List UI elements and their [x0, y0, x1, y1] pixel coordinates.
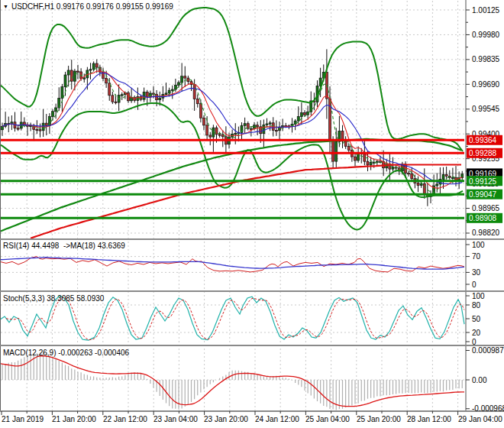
- time-axis-label: 29 Jan 04:00: [458, 415, 502, 423]
- support-resistance-levels-layer: [1, 140, 464, 218]
- chart-window: 1.001250.999800.998350.996900.995450.994…: [0, 0, 504, 428]
- time-axis-label: 21 Jan 20:00: [52, 415, 96, 423]
- time-axis-label: 23 Jan 20:00: [204, 415, 248, 423]
- svg-text:100: 100: [472, 292, 485, 300]
- svg-text:100: 100: [472, 241, 485, 249]
- svg-text:80: 80: [472, 301, 481, 310]
- time-axis: 21 Jan 201921 Jan 20:0022 Jan 12:0023 Ja…: [2, 411, 502, 423]
- svg-text:0.98820: 0.98820: [472, 229, 500, 237]
- svg-text:0.000987: 0.000987: [472, 346, 504, 355]
- svg-text:30: 30: [472, 268, 481, 277]
- rsi-panel: [0, 257, 464, 272]
- svg-text:0.99835: 0.99835: [472, 55, 500, 63]
- time-axis-label: 23 Jan 04:00: [153, 415, 198, 423]
- svg-text:0.99690: 0.99690: [472, 80, 500, 89]
- svg-text:0.99545: 0.99545: [472, 105, 500, 113]
- support-price-badge: 0.98908: [467, 213, 502, 223]
- svg-text:70: 70: [472, 252, 481, 261]
- svg-text:-0.000968: -0.000968: [472, 404, 504, 413]
- time-axis-label: 25 Jan 04:00: [305, 415, 350, 423]
- svg-text:1.00125: 1.00125: [472, 6, 500, 15]
- time-axis-label: 22 Jan 12:00: [103, 415, 147, 423]
- svg-text:50: 50: [472, 315, 481, 323]
- resistance-price-badge: 0.99288: [467, 148, 502, 158]
- svg-text:0: 0: [472, 280, 477, 289]
- macd-panel: [0, 352, 464, 410]
- stochastic-label: Stoch(5,3,3) 38.3085 58.0930: [3, 294, 104, 303]
- macd-label: MACD(12,26,9) -0.000263 -0.000406: [3, 349, 129, 357]
- chart-title-text: USDCHF,H1 0.99176 0.99176 0.99155 0.9916…: [11, 2, 173, 11]
- rsi-label: RSI(14) 44.4498 ->MA(18) 43.6369: [3, 242, 125, 250]
- time-axis-label: 25 Jan 20:00: [357, 415, 401, 423]
- svg-text:0.99980: 0.99980: [472, 31, 500, 39]
- svg-text:0.99364: 0.99364: [469, 136, 497, 144]
- svg-text:0.99125: 0.99125: [469, 177, 497, 186]
- svg-text:0.98965: 0.98965: [472, 204, 500, 212]
- svg-text:0.99047: 0.99047: [469, 190, 497, 199]
- support-price-badge: 0.99047: [467, 190, 502, 199]
- svg-text:0.99288: 0.99288: [469, 149, 497, 157]
- svg-text:20: 20: [472, 329, 481, 337]
- dropdown-arrow-icon: ▼: [3, 4, 8, 9]
- svg-text:0.00: 0.00: [472, 376, 487, 384]
- time-axis-label: 21 Jan 2019: [2, 415, 44, 423]
- price-axis: 1.001250.999800.998350.996900.995450.994…: [466, 6, 504, 413]
- chart-canvas[interactable]: 1.001250.999800.998350.996900.995450.994…: [0, 0, 504, 428]
- time-axis-label: 24 Jan 12:00: [255, 415, 299, 423]
- resistance-price-badge: 0.99364: [467, 135, 502, 145]
- bollinger-bands-layer: [0, 8, 463, 230]
- svg-text:0: 0: [472, 338, 477, 346]
- chart-title: ▼USDCHF,H1 0.99176 0.99176 0.99155 0.991…: [3, 2, 173, 11]
- time-axis-label: 28 Jan 12:00: [407, 415, 451, 423]
- support-price-badge: 0.99125: [467, 176, 502, 186]
- svg-text:0.98908: 0.98908: [469, 214, 497, 222]
